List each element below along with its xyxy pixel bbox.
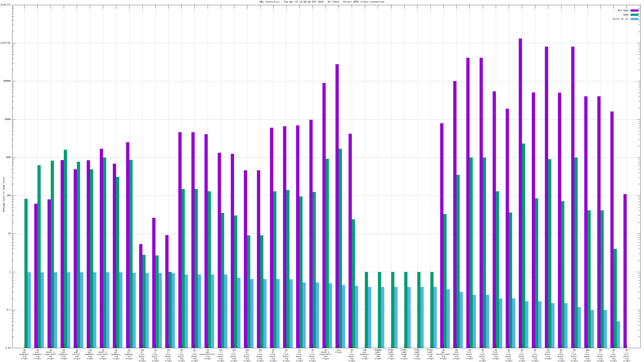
y-minor-tick: [12, 47, 14, 47]
y-minor-tick: [638, 276, 640, 276]
y-minor-tick: [638, 16, 640, 17]
x-top-tick: [116, 5, 116, 8]
bar-not-spam: [545, 47, 548, 348]
bar-score: [159, 273, 162, 348]
bar-spam: [535, 198, 538, 348]
bar-not-spam: [453, 81, 456, 348]
bar-spam: [391, 272, 394, 348]
x-top-tick: [535, 5, 535, 8]
y-minor-tick: [638, 312, 640, 312]
y-minor-tick: [638, 20, 640, 20]
y-tick-label: 0.01: [0, 347, 11, 349]
y-minor-tick: [638, 51, 640, 52]
y-minor-tick: [638, 128, 640, 128]
bar-score: [551, 303, 554, 348]
y-minor-tick: [12, 45, 14, 45]
y-minor-tick: [12, 49, 14, 49]
y-minor-tick: [638, 13, 640, 14]
y-tick-label: 0.1: [0, 309, 11, 311]
bar-score: [499, 299, 502, 348]
bar-not-spam: [480, 58, 483, 348]
y-minor-tick: [12, 325, 14, 326]
y-minor-tick: [12, 13, 14, 14]
y-minor-tick: [12, 128, 14, 128]
bar-spam: [470, 157, 473, 348]
y-minor-tick: [12, 131, 14, 131]
y-minor-tick: [12, 316, 14, 316]
y-minor-tick: [12, 184, 14, 184]
x-bottom-tick: [496, 345, 496, 348]
x-top-tick: [64, 5, 64, 8]
y-minor-tick: [638, 121, 640, 121]
bar-score: [132, 273, 136, 348]
x-top-tick: [273, 5, 274, 8]
x-top-tick: [600, 5, 601, 8]
bar-score: [93, 272, 96, 348]
bar-spam: [339, 149, 342, 348]
y-minor-tick: [12, 159, 14, 159]
y-major-tick: [637, 196, 640, 196]
bar-spam: [444, 214, 446, 348]
bar-score: [28, 272, 31, 348]
y-minor-tick: [638, 96, 640, 96]
x-bottom-tick: [535, 345, 535, 348]
bar-not-spam: [34, 204, 38, 348]
x-bottom-tick: [417, 345, 418, 348]
y-minor-tick: [638, 202, 640, 202]
y-minor-tick: [638, 318, 640, 319]
y-minor-tick: [638, 199, 640, 199]
y-major-tick: [12, 43, 16, 43]
x-top-tick: [90, 5, 90, 8]
x-bottom-tick: [156, 345, 156, 348]
y-minor-tick: [12, 83, 14, 83]
bar-score: [41, 272, 44, 348]
bar-spam: [522, 144, 525, 348]
y-minor-tick: [12, 20, 14, 20]
bar-spam: [168, 272, 172, 348]
x-top-tick: [299, 5, 300, 8]
y-minor-tick: [12, 283, 14, 284]
bar-not-spam: [493, 91, 496, 348]
x-bottom-tick: [64, 345, 64, 348]
bar-spam: [273, 191, 276, 348]
bar-not-spam: [466, 58, 470, 348]
x-bottom-tick: [548, 345, 548, 348]
bar-score: [250, 279, 254, 348]
bar-spam: [588, 210, 591, 348]
x-bottom-tick: [430, 345, 430, 348]
bar-score: [591, 310, 594, 348]
y-minor-tick: [12, 146, 14, 146]
y-minor-tick: [12, 51, 14, 52]
y-minor-tick: [12, 274, 14, 274]
bar-score: [237, 278, 240, 348]
y-minor-tick: [12, 245, 14, 245]
bar-not-spam: [100, 149, 103, 348]
x-bottom-tick: [77, 345, 77, 348]
x-top-tick: [574, 5, 575, 8]
bar-spam: [90, 169, 93, 348]
x-top-tick: [417, 5, 418, 8]
bar-score: [355, 286, 358, 348]
y-minor-tick: [12, 161, 14, 161]
x-bottom-tick: [51, 345, 51, 348]
x-bottom-tick: [404, 345, 404, 348]
x-bottom-tick: [299, 345, 300, 348]
y-minor-tick: [12, 125, 14, 125]
bar-score: [342, 285, 345, 348]
x-top-tick: [38, 5, 38, 8]
bar-score: [290, 279, 293, 348]
bar-not-spam: [571, 47, 574, 348]
y-major-tick: [637, 234, 640, 234]
y-major-tick: [12, 234, 16, 234]
x-top-tick: [588, 5, 588, 8]
legend-item: Score (0..1): [600, 18, 639, 20]
bar-score: [525, 301, 528, 348]
y-minor-tick: [12, 90, 14, 90]
bar-spam: [247, 235, 250, 348]
x-bottom-tick: [221, 345, 221, 348]
bar-score: [263, 279, 266, 348]
y-minor-tick: [12, 8, 14, 9]
y-minor-tick: [638, 93, 640, 93]
bar-score: [578, 307, 581, 348]
bar-not-spam: [296, 125, 299, 348]
